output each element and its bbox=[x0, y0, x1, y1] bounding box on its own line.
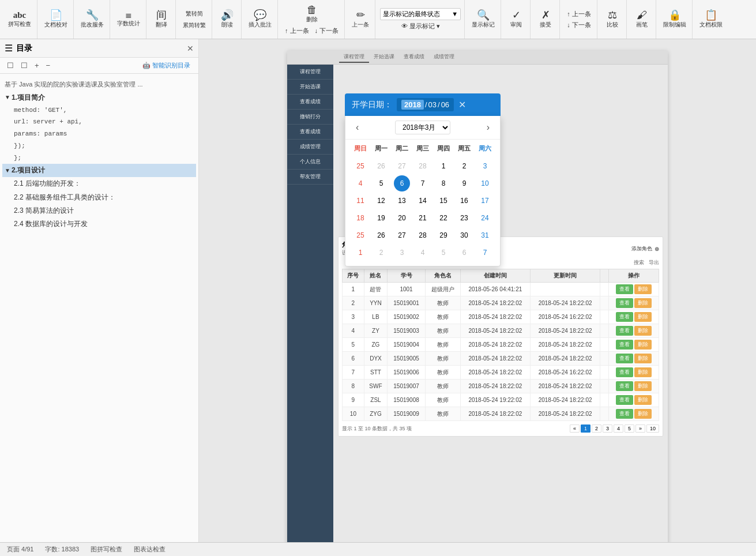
cal-day[interactable]: 18 bbox=[352, 210, 368, 226]
month-select[interactable]: 2018年3月 bbox=[395, 121, 450, 134]
translate-btn[interactable]: 间 翻译 bbox=[151, 9, 172, 30]
cal-day[interactable]: 11 bbox=[352, 193, 368, 209]
nav-item-grade-mgmt[interactable]: 成绩管理 bbox=[287, 140, 333, 155]
web-nav-link-2[interactable]: 开始选课 bbox=[369, 52, 399, 63]
cal-day[interactable]: 25 bbox=[352, 227, 368, 243]
sidebar-close-btn[interactable]: ✕ bbox=[187, 44, 194, 53]
cal-day[interactable]: 5 bbox=[373, 175, 389, 191]
ai-recognize-btn[interactable]: 🤖 智能识别目录 bbox=[139, 60, 194, 71]
delete-btn-row[interactable]: 删除 bbox=[634, 367, 652, 377]
delete-btn-row[interactable]: 删除 bbox=[634, 395, 652, 405]
web-nav-link-3[interactable]: 查看成绩 bbox=[399, 52, 429, 63]
cal-day[interactable]: 24 bbox=[477, 210, 493, 226]
cal-day[interactable]: 26 bbox=[373, 158, 389, 174]
cal-day[interactable]: 21 bbox=[415, 210, 431, 226]
delete-btn-row[interactable]: 删除 bbox=[634, 381, 652, 391]
cal-day[interactable]: 2 bbox=[373, 245, 389, 261]
cal-day[interactable]: 22 bbox=[435, 210, 452, 226]
cal-day[interactable]: 12 bbox=[373, 193, 389, 209]
compare-btn[interactable]: ⚖ 比较 bbox=[602, 9, 623, 30]
view-btn[interactable]: 查看 bbox=[616, 354, 633, 363]
cal-day[interactable]: 1 bbox=[435, 158, 452, 174]
delete-btn-row[interactable]: 删除 bbox=[634, 312, 652, 322]
page-btn-3[interactable]: 3 bbox=[603, 424, 612, 433]
cal-day[interactable]: 3 bbox=[394, 245, 410, 261]
toc-item-2-3[interactable]: 2.3 简易算法的设计 bbox=[2, 204, 196, 217]
cal-day[interactable]: 4 bbox=[415, 245, 431, 261]
cal-day[interactable]: 7 bbox=[477, 245, 493, 261]
table-add-icon[interactable]: ⊕ bbox=[655, 246, 659, 252]
next-month-btn[interactable]: › bbox=[483, 121, 493, 134]
nav-item-select[interactable]: 开始选课 bbox=[287, 80, 333, 95]
view-btn[interactable]: 查看 bbox=[616, 381, 633, 391]
page-btn-1[interactable]: 1 bbox=[581, 424, 590, 433]
toc-tool-checkbox1[interactable]: ☐ bbox=[5, 60, 16, 71]
cal-day[interactable]: 30 bbox=[456, 227, 472, 243]
next-comment-btn[interactable]: ↓ 下一条 bbox=[313, 26, 341, 36]
cal-day[interactable]: 4 bbox=[352, 175, 368, 191]
cal-day[interactable]: 3 bbox=[477, 158, 493, 174]
show-marks-dropdown[interactable]: 显示标记的最终状态 ▼ bbox=[380, 8, 461, 20]
cal-day[interactable]: 9 bbox=[456, 175, 472, 191]
insert-comment-btn[interactable]: 💬 插入批注 bbox=[246, 9, 274, 30]
toc-item-2-2[interactable]: 2.2 基础服务组件工具类的设计： bbox=[2, 191, 196, 204]
cal-day[interactable]: 19 bbox=[373, 210, 389, 226]
revise-service-btn[interactable]: 🔧 批改服务 bbox=[78, 9, 106, 30]
modify-btn[interactable]: ✏ 上一条 bbox=[349, 9, 371, 30]
read-aloud-btn[interactable]: 🔊 朗读 bbox=[217, 9, 238, 30]
page-last-btn[interactable]: » bbox=[635, 424, 645, 433]
cal-day[interactable]: 2 bbox=[456, 158, 472, 174]
cal-day[interactable]: 25 bbox=[352, 158, 368, 174]
view-btn[interactable]: 查看 bbox=[616, 367, 633, 377]
toc-section-2[interactable]: ▼ 2.项目设计 bbox=[2, 164, 196, 177]
nav-item-course[interactable]: 课程管理 bbox=[287, 65, 333, 80]
cal-day[interactable]: 14 bbox=[415, 193, 431, 209]
trad-btn[interactable]: 繁转简 bbox=[183, 9, 205, 19]
page-btn-10[interactable]: 10 bbox=[646, 424, 659, 433]
toc-title[interactable]: 基于 Java 实现的院的实验课选课及实验室管理 ... bbox=[2, 78, 196, 91]
cal-day[interactable]: 5 bbox=[435, 245, 452, 261]
calendar-date-display[interactable]: 2018 / 03 / 06 bbox=[397, 98, 454, 111]
show-marks-btn[interactable]: 👁 显示标记 ▾ bbox=[399, 21, 442, 31]
calendar-clear-btn[interactable]: ✕ bbox=[458, 99, 466, 110]
view-btn[interactable]: 查看 bbox=[616, 326, 633, 336]
toc-item-2-4[interactable]: 2.4 数据库的设计与开发 bbox=[2, 217, 196, 231]
prev-comment-btn[interactable]: ↑ 上一条 bbox=[283, 26, 311, 36]
doc-review-btn[interactable]: 📄 文档校对 bbox=[42, 9, 70, 30]
page-btn-4[interactable]: 4 bbox=[614, 424, 623, 433]
cal-day[interactable]: 31 bbox=[477, 227, 493, 243]
page-btn-2[interactable]: 2 bbox=[592, 424, 601, 433]
cal-day[interactable]: 13 bbox=[394, 193, 410, 209]
toc-tool-remove[interactable]: − bbox=[44, 60, 53, 71]
simp-btn[interactable]: 累简转繁 bbox=[180, 20, 208, 31]
view-btn[interactable]: 查看 bbox=[616, 409, 633, 419]
next-change-btn[interactable]: ↓ 下一条 bbox=[565, 20, 593, 30]
toc-tool-add[interactable]: + bbox=[32, 60, 42, 71]
cal-day[interactable]: 20 bbox=[394, 210, 410, 226]
cal-day[interactable]: 28 bbox=[415, 227, 431, 243]
view-btn[interactable]: 查看 bbox=[616, 298, 633, 308]
page-first-btn[interactable]: « bbox=[570, 424, 580, 433]
cal-day[interactable]: 10 bbox=[477, 175, 493, 191]
cal-day[interactable]: 23 bbox=[456, 210, 472, 226]
view-btn[interactable]: 查看 bbox=[616, 312, 633, 322]
cal-day[interactable]: 7 bbox=[415, 175, 431, 191]
prev-month-btn[interactable]: ‹ bbox=[352, 121, 362, 134]
delete-btn-row[interactable]: 删除 bbox=[634, 409, 652, 419]
delete-btn-row[interactable]: 删除 bbox=[634, 298, 652, 308]
nav-item-cancel[interactable]: 撤销打分 bbox=[287, 110, 333, 125]
cal-day[interactable]: 27 bbox=[394, 227, 410, 243]
nav-item-friends[interactable]: 帮友管理 bbox=[287, 170, 333, 185]
cal-day[interactable]: 1 bbox=[352, 245, 368, 261]
web-nav-link-1[interactable]: 课程管理 bbox=[339, 52, 369, 63]
delete-btn[interactable]: 🗑 删除 bbox=[302, 3, 322, 25]
view-btn[interactable]: 查看 bbox=[616, 284, 633, 294]
restrict-btn[interactable]: 🔒 限制编辑 bbox=[661, 9, 689, 30]
cal-day[interactable]: 6 bbox=[456, 245, 472, 261]
doc-rights-btn[interactable]: 📋 文档权限 bbox=[697, 9, 725, 30]
view-btn[interactable]: 查看 bbox=[616, 340, 633, 350]
accept-btn[interactable]: ✓ 审阅 bbox=[506, 9, 526, 30]
toc-tool-checkbox2[interactable]: ☐ bbox=[18, 60, 30, 71]
spell-check-btn[interactable]: abc 拼写检查 bbox=[6, 10, 33, 29]
delete-btn-row[interactable]: 删除 bbox=[634, 284, 652, 294]
